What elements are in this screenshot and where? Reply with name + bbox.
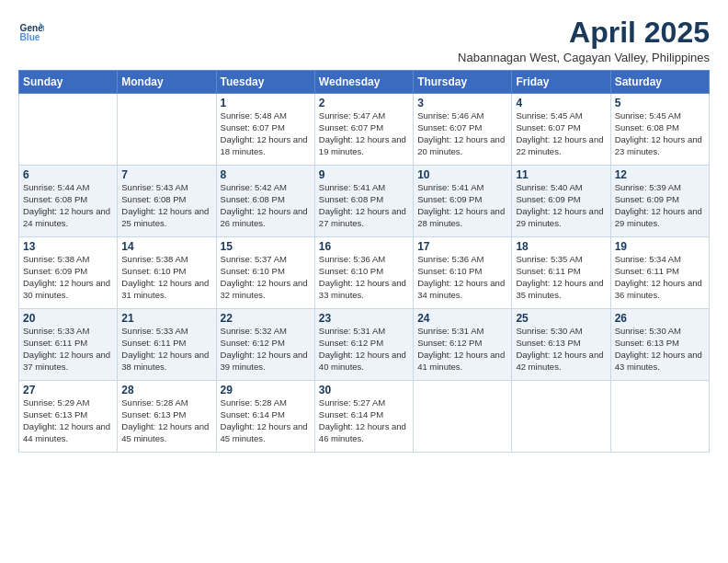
- header: General Blue April 2025 Nabannagan West,…: [18, 17, 710, 64]
- day-info: Sunrise: 5:38 AM Sunset: 6:09 PM Dayligh…: [23, 254, 113, 301]
- table-cell: 19Sunrise: 5:34 AM Sunset: 6:11 PM Dayli…: [610, 237, 709, 309]
- table-cell: 3Sunrise: 5:46 AM Sunset: 6:07 PM Daylig…: [414, 94, 512, 166]
- day-info: Sunrise: 5:41 AM Sunset: 6:09 PM Dayligh…: [417, 182, 507, 229]
- col-tuesday: Tuesday: [216, 71, 314, 94]
- day-info: Sunrise: 5:47 AM Sunset: 6:07 PM Dayligh…: [319, 110, 409, 157]
- day-info: Sunrise: 5:30 AM Sunset: 6:13 PM Dayligh…: [615, 326, 705, 373]
- day-info: Sunrise: 5:30 AM Sunset: 6:13 PM Dayligh…: [516, 326, 606, 373]
- table-cell: 2Sunrise: 5:47 AM Sunset: 6:07 PM Daylig…: [314, 94, 413, 166]
- calendar-week-row: 20Sunrise: 5:33 AM Sunset: 6:11 PM Dayli…: [19, 309, 710, 381]
- table-cell: [414, 381, 512, 453]
- day-number: 12: [615, 168, 705, 181]
- calendar-week-row: 1Sunrise: 5:48 AM Sunset: 6:07 PM Daylig…: [19, 94, 710, 166]
- main-title: April 2025: [458, 17, 710, 49]
- day-number: 3: [417, 97, 507, 109]
- day-info: Sunrise: 5:28 AM Sunset: 6:14 PM Dayligh…: [221, 397, 311, 444]
- table-cell: [610, 381, 709, 453]
- table-cell: 8Sunrise: 5:42 AM Sunset: 6:08 PM Daylig…: [216, 166, 314, 237]
- table-cell: 5Sunrise: 5:45 AM Sunset: 6:08 PM Daylig…: [610, 94, 709, 166]
- table-cell: 25Sunrise: 5:30 AM Sunset: 6:13 PM Dayli…: [512, 309, 610, 381]
- logo: General Blue: [18, 17, 44, 42]
- table-cell: 28Sunrise: 5:28 AM Sunset: 6:13 PM Dayli…: [118, 381, 216, 453]
- table-cell: 15Sunrise: 5:37 AM Sunset: 6:10 PM Dayli…: [216, 237, 314, 309]
- day-number: 18: [516, 240, 606, 253]
- table-cell: 7Sunrise: 5:43 AM Sunset: 6:08 PM Daylig…: [118, 166, 216, 237]
- col-sunday: Sunday: [19, 71, 118, 94]
- day-info: Sunrise: 5:29 AM Sunset: 6:13 PM Dayligh…: [23, 397, 113, 444]
- col-friday: Friday: [512, 71, 610, 94]
- day-info: Sunrise: 5:33 AM Sunset: 6:11 PM Dayligh…: [121, 326, 211, 373]
- table-cell: 13Sunrise: 5:38 AM Sunset: 6:09 PM Dayli…: [19, 237, 118, 309]
- day-info: Sunrise: 5:38 AM Sunset: 6:10 PM Dayligh…: [121, 254, 211, 301]
- calendar: Sunday Monday Tuesday Wednesday Thursday…: [18, 70, 710, 453]
- day-info: Sunrise: 5:31 AM Sunset: 6:12 PM Dayligh…: [417, 326, 507, 373]
- table-cell: 1Sunrise: 5:48 AM Sunset: 6:07 PM Daylig…: [216, 94, 314, 166]
- day-info: Sunrise: 5:42 AM Sunset: 6:08 PM Dayligh…: [221, 182, 311, 229]
- table-cell: 16Sunrise: 5:36 AM Sunset: 6:10 PM Dayli…: [314, 237, 413, 309]
- day-number: 24: [417, 312, 507, 325]
- day-info: Sunrise: 5:33 AM Sunset: 6:11 PM Dayligh…: [23, 326, 113, 373]
- table-cell: 21Sunrise: 5:33 AM Sunset: 6:11 PM Dayli…: [118, 309, 216, 381]
- col-saturday: Saturday: [610, 71, 709, 94]
- day-info: Sunrise: 5:36 AM Sunset: 6:10 PM Dayligh…: [319, 254, 409, 301]
- table-cell: 22Sunrise: 5:32 AM Sunset: 6:12 PM Dayli…: [216, 309, 314, 381]
- day-info: Sunrise: 5:35 AM Sunset: 6:11 PM Dayligh…: [516, 254, 606, 301]
- table-cell: 24Sunrise: 5:31 AM Sunset: 6:12 PM Dayli…: [414, 309, 512, 381]
- day-number: 22: [221, 312, 311, 325]
- day-number: 2: [319, 97, 409, 109]
- day-number: 4: [516, 97, 606, 109]
- table-cell: 10Sunrise: 5:41 AM Sunset: 6:09 PM Dayli…: [414, 166, 512, 237]
- day-info: Sunrise: 5:32 AM Sunset: 6:12 PM Dayligh…: [221, 326, 311, 373]
- day-number: 26: [615, 312, 705, 325]
- day-number: 10: [417, 168, 507, 181]
- calendar-header-row: Sunday Monday Tuesday Wednesday Thursday…: [19, 71, 710, 94]
- table-cell: 27Sunrise: 5:29 AM Sunset: 6:13 PM Dayli…: [19, 381, 118, 453]
- table-cell: 11Sunrise: 5:40 AM Sunset: 6:09 PM Dayli…: [512, 166, 610, 237]
- table-cell: 29Sunrise: 5:28 AM Sunset: 6:14 PM Dayli…: [216, 381, 314, 453]
- calendar-week-row: 13Sunrise: 5:38 AM Sunset: 6:09 PM Dayli…: [19, 237, 710, 309]
- day-info: Sunrise: 5:31 AM Sunset: 6:12 PM Dayligh…: [319, 326, 409, 373]
- day-info: Sunrise: 5:34 AM Sunset: 6:11 PM Dayligh…: [615, 254, 705, 301]
- table-cell: 6Sunrise: 5:44 AM Sunset: 6:08 PM Daylig…: [19, 166, 118, 237]
- day-number: 13: [23, 240, 113, 253]
- day-number: 8: [221, 168, 311, 181]
- day-info: Sunrise: 5:43 AM Sunset: 6:08 PM Dayligh…: [121, 182, 211, 229]
- day-number: 21: [121, 312, 211, 325]
- day-number: 7: [121, 168, 211, 181]
- table-cell: 20Sunrise: 5:33 AM Sunset: 6:11 PM Dayli…: [19, 309, 118, 381]
- table-cell: 26Sunrise: 5:30 AM Sunset: 6:13 PM Dayli…: [610, 309, 709, 381]
- table-cell: 14Sunrise: 5:38 AM Sunset: 6:10 PM Dayli…: [118, 237, 216, 309]
- table-cell: [19, 94, 118, 166]
- title-block: April 2025 Nabannagan West, Cagayan Vall…: [458, 17, 710, 64]
- table-cell: 23Sunrise: 5:31 AM Sunset: 6:12 PM Dayli…: [314, 309, 413, 381]
- svg-text:Blue: Blue: [20, 32, 40, 42]
- day-number: 9: [319, 168, 409, 181]
- page: General Blue April 2025 Nabannagan West,…: [0, 0, 728, 563]
- day-number: 30: [319, 384, 409, 396]
- table-cell: [118, 94, 216, 166]
- col-monday: Monday: [118, 71, 216, 94]
- day-number: 16: [319, 240, 409, 253]
- day-info: Sunrise: 5:37 AM Sunset: 6:10 PM Dayligh…: [221, 254, 311, 301]
- table-cell: 9Sunrise: 5:41 AM Sunset: 6:08 PM Daylig…: [314, 166, 413, 237]
- day-info: Sunrise: 5:27 AM Sunset: 6:14 PM Dayligh…: [319, 397, 409, 444]
- day-number: 27: [23, 384, 113, 396]
- col-thursday: Thursday: [414, 71, 512, 94]
- day-number: 29: [221, 384, 311, 396]
- day-info: Sunrise: 5:28 AM Sunset: 6:13 PM Dayligh…: [121, 397, 211, 444]
- day-info: Sunrise: 5:39 AM Sunset: 6:09 PM Dayligh…: [615, 182, 705, 229]
- day-info: Sunrise: 5:45 AM Sunset: 6:07 PM Dayligh…: [516, 110, 606, 157]
- day-number: 19: [615, 240, 705, 253]
- table-cell: 18Sunrise: 5:35 AM Sunset: 6:11 PM Dayli…: [512, 237, 610, 309]
- day-number: 28: [121, 384, 211, 396]
- day-info: Sunrise: 5:36 AM Sunset: 6:10 PM Dayligh…: [417, 254, 507, 301]
- day-info: Sunrise: 5:40 AM Sunset: 6:09 PM Dayligh…: [516, 182, 606, 229]
- col-wednesday: Wednesday: [314, 71, 413, 94]
- calendar-week-row: 6Sunrise: 5:44 AM Sunset: 6:08 PM Daylig…: [19, 166, 710, 237]
- day-number: 23: [319, 312, 409, 325]
- day-number: 6: [23, 168, 113, 181]
- day-info: Sunrise: 5:48 AM Sunset: 6:07 PM Dayligh…: [221, 110, 311, 157]
- day-number: 1: [221, 97, 311, 109]
- table-cell: [512, 381, 610, 453]
- day-number: 5: [615, 97, 705, 109]
